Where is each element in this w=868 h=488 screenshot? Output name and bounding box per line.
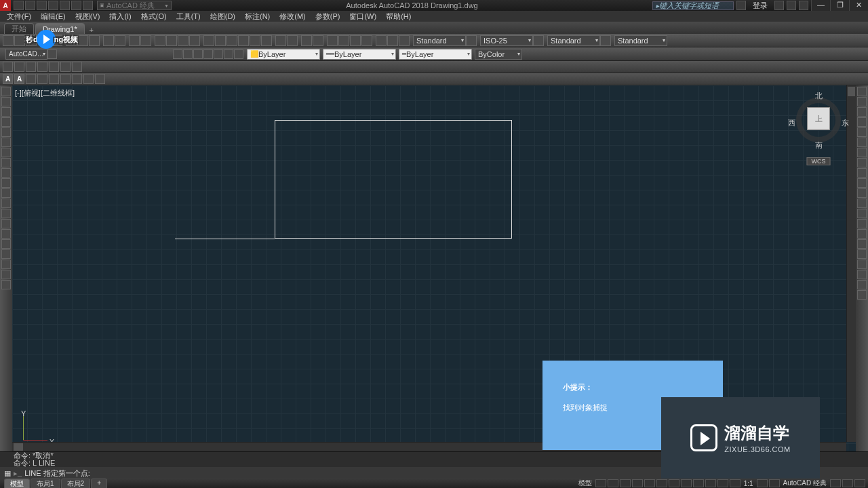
ellipse-icon[interactable] (1, 178, 11, 188)
app-icon[interactable]: A (0, 0, 11, 11)
tmatchprop-icon[interactable] (103, 35, 114, 46)
st7-icon[interactable] (72, 62, 82, 72)
ttoolpal-icon[interactable] (226, 35, 237, 46)
stext-icon[interactable]: A (14, 74, 24, 84)
sb-3dosnap-icon[interactable] (669, 479, 679, 487)
sb-cycle-icon[interactable] (717, 479, 728, 487)
ws-combo[interactable]: AutoCAD…▾ (5, 49, 47, 60)
maximize-button[interactable]: ❐ (830, 0, 849, 11)
insert-icon[interactable] (1, 199, 11, 208)
scale-icon[interactable] (857, 158, 867, 167)
copy-icon[interactable] (857, 97, 867, 106)
makeblock-icon[interactable] (1, 209, 11, 218)
qat-redo-icon[interactable] (83, 1, 93, 10)
st6-icon[interactable] (60, 62, 71, 72)
tzoom-icon[interactable] (166, 35, 177, 46)
tnew-icon[interactable] (3, 35, 14, 46)
gradient-icon[interactable] (1, 239, 11, 249)
st13-icon[interactable] (83, 74, 94, 84)
menu-window[interactable]: 窗口(W) (349, 12, 376, 22)
tpaste-icon[interactable] (89, 35, 100, 46)
ws-settings-icon[interactable] (47, 49, 57, 59)
qat-plot-icon[interactable] (60, 1, 70, 10)
tmarkup-icon[interactable] (250, 35, 260, 46)
tab-layout1[interactable]: 布局1 (31, 479, 60, 489)
tcalc-icon[interactable] (261, 35, 272, 46)
tredo-icon[interactable] (140, 35, 151, 46)
stretch-icon[interactable] (857, 168, 867, 178)
align-icon[interactable] (857, 270, 867, 279)
st4-icon[interactable] (37, 62, 47, 72)
viewcube-east[interactable]: 东 (842, 118, 849, 128)
layer-iso-icon[interactable] (193, 49, 203, 59)
sb-polar-icon[interactable] (632, 479, 643, 487)
twindow-icon[interactable] (327, 35, 338, 46)
menu-dimension[interactable]: 标注(N) (245, 12, 270, 22)
fillet-icon[interactable] (857, 229, 867, 239)
draworder-icon[interactable] (857, 260, 867, 269)
st10-icon[interactable] (49, 74, 59, 84)
sb-clean-icon[interactable] (842, 479, 853, 487)
menu-file[interactable]: 文件(F) (7, 12, 31, 22)
mleaderstyle-combo[interactable]: Standard▾ (614, 35, 667, 46)
plotstyle-combo[interactable]: ByColor▾ (475, 49, 522, 60)
textstyle-combo[interactable]: Standard▾ (413, 35, 466, 46)
pline-icon[interactable] (1, 107, 11, 117)
st3-icon[interactable] (26, 62, 36, 72)
tmeasure-icon[interactable] (275, 35, 286, 46)
sb-plus-icon[interactable] (769, 479, 780, 487)
ttable-icon[interactable] (376, 35, 387, 46)
tblock-icon[interactable] (115, 35, 125, 46)
layer-make-icon[interactable] (224, 49, 233, 59)
sb-trans-icon[interactable] (705, 479, 716, 487)
explode-icon[interactable] (857, 249, 867, 259)
purge-icon[interactable] (857, 290, 867, 300)
sb-custom-icon[interactable] (854, 479, 865, 487)
line-icon[interactable] (1, 87, 11, 96)
table-icon[interactable] (1, 260, 11, 269)
extend-icon[interactable] (857, 188, 867, 198)
keyword-search[interactable]: ▸ 键入关键字或短语 (652, 1, 734, 10)
rotate-icon[interactable] (857, 148, 867, 157)
st9-icon[interactable] (37, 74, 47, 84)
tredo2-icon[interactable] (313, 35, 323, 46)
sb-gear-icon[interactable] (757, 479, 768, 487)
menu-modify[interactable]: 修改(M) (279, 12, 306, 22)
ttext-icon[interactable] (387, 35, 398, 46)
point-icon[interactable] (1, 219, 11, 228)
sb-anno-icon[interactable] (730, 479, 741, 487)
tab-model[interactable]: 模型 (4, 479, 30, 489)
lineweight-combo[interactable]: ━ ByLayer▾ (399, 49, 472, 60)
exchange-icon[interactable] (774, 1, 784, 10)
st1-icon[interactable] (3, 62, 13, 72)
stayconnected-icon[interactable] (787, 1, 796, 10)
erase-icon[interactable] (857, 87, 867, 96)
tdesignctr-icon[interactable] (215, 35, 226, 46)
trim-icon[interactable] (857, 178, 867, 188)
tzoomprev-icon[interactable] (189, 35, 200, 46)
sb-workspace[interactable]: AutoCAD 经典 (781, 479, 829, 488)
menu-view[interactable]: 视图(V) (75, 12, 100, 22)
qat-saveas-icon[interactable] (48, 1, 58, 10)
array-icon[interactable] (857, 127, 867, 137)
qat-new-icon[interactable] (14, 1, 24, 10)
mtext-icon[interactable]: A (3, 74, 13, 84)
blend-icon[interactable] (857, 239, 867, 249)
tsheetset-icon[interactable] (238, 35, 249, 46)
menu-parametric[interactable]: 参数(P) (315, 12, 340, 22)
sb-ortho-icon[interactable] (620, 479, 631, 487)
menu-format[interactable]: 格式(O) (141, 12, 167, 22)
tablestyle-combo[interactable]: Standard▾ (547, 35, 600, 46)
viewcube[interactable]: 北 南 西 东 上 WCS (788, 91, 849, 165)
linetype-combo[interactable]: ━━ ByLayer▾ (323, 49, 396, 60)
ttileh-icon[interactable] (350, 35, 361, 46)
ucs-icon[interactable]: YX (19, 412, 52, 445)
tprops-icon[interactable] (203, 35, 214, 46)
st14-icon[interactable] (95, 74, 105, 84)
tzoomwin-icon[interactable] (178, 35, 189, 46)
sb-ratio[interactable]: 1:1 (742, 480, 755, 487)
break-icon[interactable] (857, 199, 867, 208)
menu-draw[interactable]: 绘图(D) (210, 12, 235, 22)
addsel-icon[interactable] (1, 280, 11, 289)
drawing-area[interactable]: [-][俯视][二维线框] YX (12, 85, 856, 451)
